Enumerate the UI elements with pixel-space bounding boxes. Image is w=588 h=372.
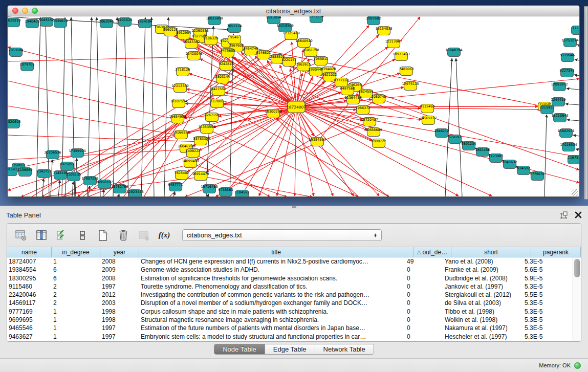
column-header-short[interactable]: short <box>451 247 531 257</box>
column-header-label: title <box>271 249 281 256</box>
table-cell: 5.3E-5 <box>523 257 573 266</box>
graph-node-label: 1880722 <box>372 139 386 143</box>
citation-network-graph[interactable]: 1872400779638228960128891295422260538932… <box>8 16 579 197</box>
close-panel-icon[interactable] <box>575 211 582 218</box>
memory-status-label: Memory: OK <box>539 362 571 368</box>
graph-node-label: 1891456 <box>475 148 490 152</box>
table-vertical-scrollbar[interactable] <box>573 257 581 341</box>
table-cell: Franke et al. (2009) <box>443 266 523 274</box>
column-header-in_degree[interactable]: in_degree <box>52 247 100 257</box>
graph-node-label: 6497568 <box>340 86 355 91</box>
table-cell: 6 <box>52 266 100 274</box>
graph-node-label: 1862615 <box>296 62 311 67</box>
graph-node-label: 7955812 <box>314 57 329 61</box>
table-row[interactable]: 1872400712008Changes of HCN gene express… <box>7 257 573 266</box>
graph-node-label: 8186328 <box>204 36 219 40</box>
zoom-window-button[interactable] <box>32 8 38 14</box>
tab-network-table[interactable]: Network Table <box>315 344 374 354</box>
graph-node-label: 924502 <box>517 166 530 170</box>
close-window-button[interactable] <box>12 8 18 14</box>
graph-node-label: 19218506 <box>276 24 293 28</box>
graph-node-label: 22260538 <box>191 29 208 33</box>
graph-node-label: 16958107 <box>96 180 113 184</box>
graph-node-label: 16648794 <box>445 48 462 52</box>
table-row[interactable]: 946362711997Embryonic stem cells: a mode… <box>7 333 573 341</box>
network-window-titlebar[interactable]: citations_edges.txt <box>8 6 579 16</box>
graph-node-label: 7625402 <box>175 171 189 175</box>
table-cell: 5.3E-5 <box>523 333 573 341</box>
table-mode-icon[interactable] <box>14 229 28 242</box>
column-header-label: name <box>21 249 37 256</box>
graph-node-label: 1145194 <box>53 171 68 175</box>
graph-node-label: 679197 <box>449 135 462 139</box>
table-cell: 1 <box>52 257 100 266</box>
graph-node-label: 12213967 <box>385 39 402 43</box>
table-cell: 19384554 <box>7 266 52 274</box>
graph-node-label: 9115460 <box>420 104 435 108</box>
column-header-pagerank[interactable]: pagerank <box>531 247 581 257</box>
tab-edge-table[interactable]: Edge Table <box>265 344 315 354</box>
table-selector-dropdown[interactable]: citations_edges.txt ▲▼ <box>182 229 382 241</box>
window-resize-grip[interactable] <box>572 189 578 196</box>
graph-node-label: 2053104 <box>9 48 24 52</box>
graph-node-label: 1625810 <box>8 18 20 23</box>
graph-node-label: 18640910 <box>295 39 312 43</box>
table-row[interactable]: 2242004622012Investigating the contribut… <box>7 291 573 299</box>
table-row[interactable]: 1830029562008Estimation of significance … <box>7 274 573 282</box>
table-cell: 22420046 <box>7 291 52 299</box>
minimize-window-button[interactable] <box>22 8 28 14</box>
table-cell: 5.5E-5 <box>523 291 573 299</box>
graph-node-label: 11173 <box>573 26 579 30</box>
tab-node-table[interactable]: Node Table <box>214 344 265 354</box>
table-cell: 0 <box>405 291 443 299</box>
graph-node-label: 2803144 <box>215 75 230 79</box>
table-cell: 1998 <box>100 316 139 324</box>
float-panel-icon[interactable] <box>560 211 569 220</box>
background-scrollbar[interactable] <box>584 6 588 200</box>
graph-node-label: 18107554 <box>170 99 187 103</box>
graph-node-label: 9975887 <box>60 162 75 166</box>
graph-node-label: 9242848 <box>219 62 234 66</box>
graph-node-label: 1244419 <box>551 98 566 102</box>
graph-node-label: 10688609 <box>365 128 382 132</box>
table-cell: 1997 <box>100 324 139 332</box>
graph-node-label: 14569117 <box>420 116 437 120</box>
splitter-handle[interactable] <box>292 206 296 208</box>
scrollbar-thumb[interactable] <box>574 259 580 277</box>
graph-node-label: 21364436 <box>344 96 361 100</box>
column-header-title[interactable]: title <box>139 247 413 257</box>
sort-ascending-icon: △ <box>417 249 421 255</box>
graph-node-label: 12923448 <box>126 190 143 194</box>
graph-node-label: 19654955 <box>169 115 186 119</box>
row-height-icon[interactable] <box>76 229 89 242</box>
network-canvas[interactable]: 1872400779638228960128891295422260538932… <box>8 16 579 197</box>
table-body: 1872400712008Changes of HCN gene express… <box>7 257 573 341</box>
show-columns-icon[interactable] <box>35 229 48 242</box>
function-builder-icon[interactable]: f(x) <box>158 229 171 242</box>
graph-node-label: 7485063 <box>399 67 414 71</box>
table-row[interactable]: 969969511998Structural magnetic resonanc… <box>7 316 573 324</box>
table-row[interactable]: 1938455462009Genome-wide association stu… <box>7 266 573 274</box>
table-cell: 6 <box>52 274 100 282</box>
table-cell: 0 <box>405 324 443 332</box>
table-cell: 0 <box>405 266 443 274</box>
table-cell: 1998 <box>100 308 139 316</box>
table-row[interactable]: 911546021997Tourette syndrome. Phenomeno… <box>7 282 573 291</box>
table-type-tabs: Node TableEdge TableNetwork Table <box>214 344 374 355</box>
table-cell: 1997 <box>100 333 139 341</box>
delete-table-icon[interactable] <box>137 229 150 242</box>
create-column-icon[interactable] <box>96 229 110 242</box>
graph-node-label: 16154838 <box>375 27 392 31</box>
column-header-out_de[interactable]: △out_de… <box>413 247 451 257</box>
column-header-year[interactable]: year <box>100 247 139 257</box>
table-row[interactable]: 946554611997Estimation of the future num… <box>7 324 573 332</box>
table-cell: Wolkin et al. (1998) <box>443 316 523 324</box>
select-all-columns-icon[interactable] <box>55 229 69 242</box>
table-cell: Changes of HCN gene expression and I(f) … <box>139 257 405 266</box>
table-row[interactable]: 1456911722003Disruption of a novel membe… <box>7 299 573 307</box>
column-header-name[interactable]: name <box>7 247 52 257</box>
graph-node-label: 1776031 <box>530 172 545 176</box>
table-cell: 5.3E-5 <box>523 299 573 307</box>
delete-column-icon[interactable] <box>117 229 130 242</box>
table-row[interactable]: 977716911998Corpus callosum shape and si… <box>7 308 573 316</box>
